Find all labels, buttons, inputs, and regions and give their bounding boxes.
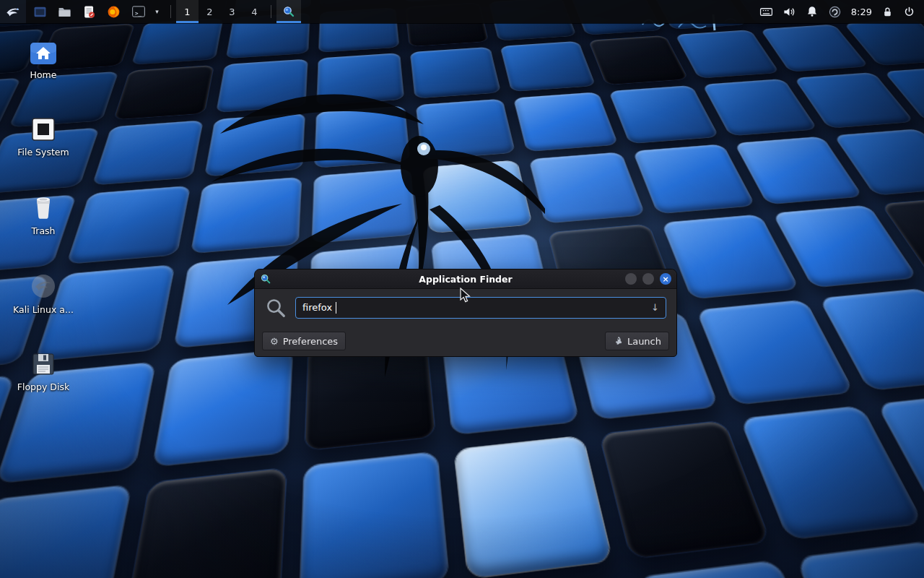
power-icon [903,6,915,18]
trash-icon [30,194,56,221]
search-input[interactable]: firefox ↓ [295,297,666,319]
text-editor-icon [82,5,96,19]
workspace-3-button[interactable]: 3 [221,0,243,23]
preferences-label: Preferences [283,336,338,347]
taskbar-application-finder-button[interactable] [276,0,301,23]
panel-separator-2 [271,5,271,18]
bell-icon [806,5,819,18]
keyboard-tray-item[interactable] [759,5,773,19]
minimize-button[interactable] [625,273,637,285]
desktop-icon-kali-linux[interactable]: Kali Linux a... [7,272,79,315]
window-controls: × [625,273,671,285]
kali-linux-icon [30,272,57,300]
gear-icon: ⚙ [270,336,279,347]
desktop-icon-home[interactable]: Home [7,42,79,80]
close-icon: × [662,275,668,283]
search-input-value: firefox [302,302,332,313]
kali-menu-icon [5,4,21,20]
desktop-icon-floppy-disk[interactable]: Floppy Disk [7,351,79,392]
wallpaper-cube [132,18,223,64]
panel-separator [170,5,171,18]
finder-action-row: ⚙ Preferences Launch [262,332,669,350]
workspace-1-button[interactable]: 1 [176,0,199,23]
desktop-icon-label: File System [17,147,69,158]
wallpaper-cube [529,152,645,223]
desktop-icon-label: Floppy Disk [17,381,69,392]
launcher-dropdown-chevron[interactable]: ▾ [152,8,162,15]
panel-status-tray: 8:29 [759,0,924,23]
power-tray-item[interactable] [903,6,915,18]
wallpaper-cube [662,215,799,299]
wallpaper-cube [600,421,770,558]
home-icon [30,42,57,65]
application-finder-window-icon [260,273,271,285]
close-button[interactable]: × [660,273,671,285]
panel-clock[interactable]: 8:29 [851,7,872,17]
wallpaper-cube [0,485,131,578]
folder-icon [58,5,71,19]
desktop-icon-trash[interactable]: Trash [7,194,79,236]
window-title: Application Finder [419,274,512,285]
maximize-button[interactable] [642,273,654,285]
floppy-disk-icon [30,351,56,377]
application-finder-task-icon [282,5,295,18]
firefox-icon [107,5,121,19]
titlebar[interactable]: Application Finder × [255,269,676,289]
preferences-button[interactable]: ⚙ Preferences [262,332,346,350]
application-finder-window: Application Finder × firefox ↓ ⚙ Prefere… [254,269,677,357]
applications-menu-button[interactable] [0,0,26,23]
launch-button[interactable]: Launch [605,332,669,350]
update-status-tray-item[interactable] [828,5,842,19]
wallpaper-cube [455,436,612,578]
quick-launchers: >_ ▾ [26,0,165,23]
text-editor-launcher[interactable] [79,0,100,23]
screen-lock-tray-item[interactable] [881,6,894,18]
desktop-icon-label: Home [30,69,57,80]
combo-dropdown-arrow[interactable]: ↓ [651,302,659,313]
desktop-icon-file-system[interactable]: File System [7,116,79,158]
desktop-icon-label: Trash [31,225,55,236]
wallpaper-cube [300,452,449,578]
workspace-switcher: 1 2 3 4 [176,0,266,23]
wallpaper-cube [633,144,754,214]
workspace-2-button[interactable]: 2 [199,0,221,23]
terminal-launcher[interactable]: >_ [128,0,149,23]
notifications-tray-item[interactable] [806,5,819,18]
folder-launcher[interactable] [54,0,75,23]
mouse-cursor [459,288,474,303]
volume-tray-item[interactable] [783,5,796,19]
workspace-4-button[interactable]: 4 [243,0,266,23]
volume-icon [783,5,796,19]
wallpaper-cube [702,79,817,136]
wallpaper-cube [126,468,287,578]
wallpaper-cube [589,35,688,85]
keyboard-icon [759,5,773,19]
search-icon [265,297,287,319]
wallpaper-cube [796,541,924,578]
wallpaper-cube [609,85,718,143]
launch-label: Launch [627,336,661,347]
update-status-icon [828,5,842,19]
desktop-icon-label: Kali Linux a... [13,304,74,315]
terminal-prompt-glyph: >_ [135,9,141,16]
file-manager-launcher[interactable] [30,0,51,23]
file-system-icon [30,116,56,142]
top-panel: >_ ▾ 1 2 3 4 [0,0,924,23]
lock-icon [881,6,894,18]
text-caret [336,302,336,314]
desktop-icon-column: Home File System Trash Kali Linux a... [7,42,79,392]
launch-icon [613,336,623,346]
file-manager-icon [33,5,47,19]
firefox-launcher[interactable] [103,0,124,23]
